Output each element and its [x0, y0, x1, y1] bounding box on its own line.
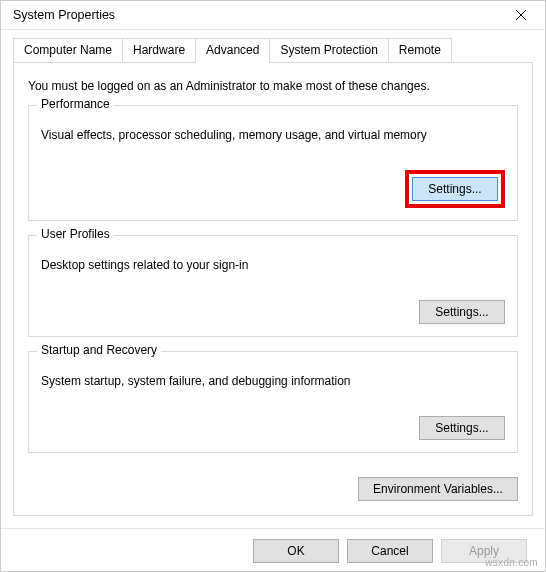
admin-note: You must be logged on as an Administrato… — [28, 79, 518, 93]
tab-computer-name[interactable]: Computer Name — [13, 38, 123, 62]
startup-settings-button[interactable]: Settings... — [419, 416, 505, 440]
ok-button[interactable]: OK — [253, 539, 339, 563]
user-profiles-settings-button[interactable]: Settings... — [419, 300, 505, 324]
close-icon — [516, 10, 526, 20]
performance-desc: Visual effects, processor scheduling, me… — [41, 128, 505, 142]
environment-variables-button[interactable]: Environment Variables... — [358, 477, 518, 501]
cancel-button[interactable]: Cancel — [347, 539, 433, 563]
performance-settings-highlight: Settings... — [405, 170, 505, 208]
user-profiles-legend: User Profiles — [37, 227, 114, 241]
user-profiles-group: User Profiles Desktop settings related t… — [28, 235, 518, 337]
startup-recovery-group: Startup and Recovery System startup, sys… — [28, 351, 518, 453]
startup-desc: System startup, system failure, and debu… — [41, 374, 505, 388]
titlebar: System Properties — [1, 1, 545, 30]
close-button[interactable] — [501, 1, 541, 29]
window-title: System Properties — [13, 8, 501, 22]
tab-remote[interactable]: Remote — [388, 38, 452, 62]
tab-system-protection[interactable]: System Protection — [269, 38, 388, 62]
performance-settings-button[interactable]: Settings... — [412, 177, 498, 201]
system-properties-window: System Properties Computer Name Hardware… — [0, 0, 546, 572]
watermark: wsxdn.com — [485, 557, 538, 568]
startup-legend: Startup and Recovery — [37, 343, 161, 357]
tabstrip: Computer Name Hardware Advanced System P… — [1, 30, 545, 62]
performance-group: Performance Visual effects, processor sc… — [28, 105, 518, 221]
tabpanel-advanced: You must be logged on as an Administrato… — [13, 62, 533, 516]
dialog-footer: OK Cancel Apply — [1, 528, 545, 572]
tab-hardware[interactable]: Hardware — [122, 38, 196, 62]
tab-advanced[interactable]: Advanced — [195, 38, 270, 63]
performance-legend: Performance — [37, 97, 114, 111]
user-profiles-desc: Desktop settings related to your sign-in — [41, 258, 505, 272]
